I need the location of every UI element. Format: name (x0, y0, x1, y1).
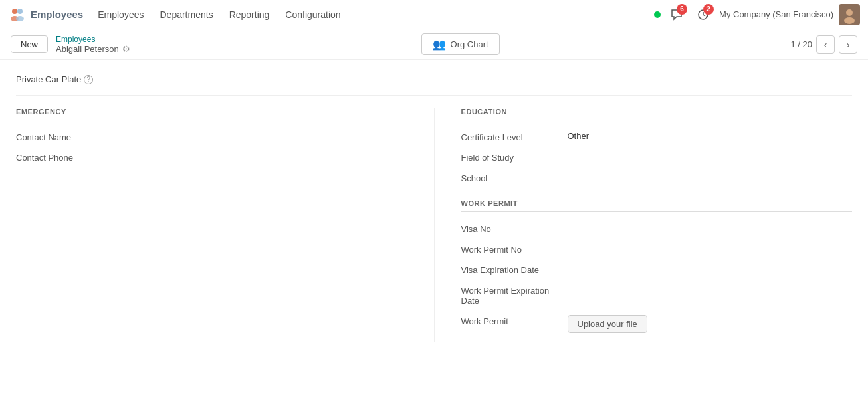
nav-configuration[interactable]: Configuration (278, 5, 347, 24)
education-work-permit-section: Education Certificate Level Other Field … (435, 108, 853, 342)
online-status-dot (654, 11, 661, 18)
upload-file-button[interactable]: Upload your file (568, 315, 647, 333)
user-avatar[interactable] (839, 4, 860, 25)
svg-point-6 (846, 9, 853, 16)
emergency-section: Emergency Contact Name Contact Phone (16, 108, 435, 342)
activities-button[interactable]: 2 (693, 4, 714, 25)
private-car-section: Private Car Plate ? (16, 68, 852, 96)
messages-badge: 6 (677, 4, 687, 15)
activities-badge: 2 (703, 4, 714, 15)
messages-button[interactable]: 6 (666, 4, 687, 25)
breadcrumb-current-label: Abigail Peterson (56, 44, 119, 54)
work-permit-section-header: Work Permit (461, 199, 853, 212)
school-label: School (461, 172, 568, 183)
app-logo[interactable]: Employees (8, 5, 83, 24)
nav-employees[interactable]: Employees (91, 5, 150, 24)
svg-point-1 (17, 9, 23, 14)
field-of-study-field: Field of Study (461, 152, 853, 163)
certificate-level-label: Certificate Level (461, 131, 568, 142)
settings-icon[interactable]: ⚙ (122, 44, 130, 54)
pagination-next[interactable]: › (839, 35, 857, 54)
pagination-text: 1 / 20 (790, 39, 812, 49)
work-permit-expiration-label: Work Permit Expiration Date (461, 284, 568, 306)
work-permit-no-field: Work Permit No (461, 243, 853, 255)
user-avatar-icon (840, 5, 859, 24)
visa-no-field: Visa No (461, 223, 853, 234)
emergency-section-header: Emergency (16, 108, 407, 120)
work-permit-upload-label: Work Permit (461, 315, 568, 326)
svg-point-0 (12, 9, 17, 14)
work-permit-no-label: Work Permit No (461, 243, 568, 255)
new-button[interactable]: New (11, 35, 48, 53)
breadcrumb-link[interactable]: Employees (56, 35, 130, 44)
contact-phone-field: Contact Phone (16, 152, 407, 163)
org-chart-button[interactable]: 👥 Org Chart (421, 33, 500, 55)
private-car-help-icon[interactable]: ? (84, 75, 93, 84)
visa-expiration-label: Visa Expiration Date (461, 264, 568, 275)
nav-departments[interactable]: Departments (153, 5, 219, 24)
work-permit-upload-field: Work Permit Upload your file (461, 315, 853, 333)
contact-name-label: Contact Name (16, 131, 122, 142)
org-chart-icon: 👥 (433, 38, 446, 51)
top-navigation: Employees Employees Departments Reportin… (0, 0, 868, 29)
logo-icon (8, 5, 27, 24)
svg-point-7 (844, 17, 855, 24)
school-field: School (461, 172, 853, 183)
app-title: Employees (31, 9, 83, 20)
education-section-header: Education (461, 108, 853, 120)
visa-no-label: Visa No (461, 223, 568, 234)
work-permit-expiration-field: Work Permit Expiration Date (461, 284, 853, 306)
contact-name-field: Contact Name (16, 131, 407, 142)
sub-header: New Employees Abigail Peterson ⚙ 👥 Org C… (0, 29, 868, 60)
field-of-study-label: Field of Study (461, 152, 568, 163)
certificate-level-field: Certificate Level Other (461, 131, 853, 142)
pagination: 1 / 20 ‹ › (790, 35, 857, 54)
private-car-plate-label: Private Car Plate ? (16, 74, 852, 84)
pagination-prev[interactable]: ‹ (816, 35, 835, 54)
contact-phone-label: Contact Phone (16, 152, 122, 163)
main-content: Private Car Plate ? Emergency Contact Na… (0, 60, 868, 410)
visa-expiration-field: Visa Expiration Date (461, 264, 853, 275)
nav-reporting[interactable]: Reporting (223, 5, 276, 24)
svg-point-3 (16, 16, 24, 21)
certificate-level-value[interactable]: Other (568, 131, 853, 141)
org-chart-label: Org Chart (451, 39, 488, 49)
company-name[interactable]: My Company (San Francisco) (719, 9, 833, 19)
breadcrumb: Employees Abigail Peterson ⚙ (56, 35, 130, 54)
work-permit-upload-value: Upload your file (568, 315, 853, 333)
